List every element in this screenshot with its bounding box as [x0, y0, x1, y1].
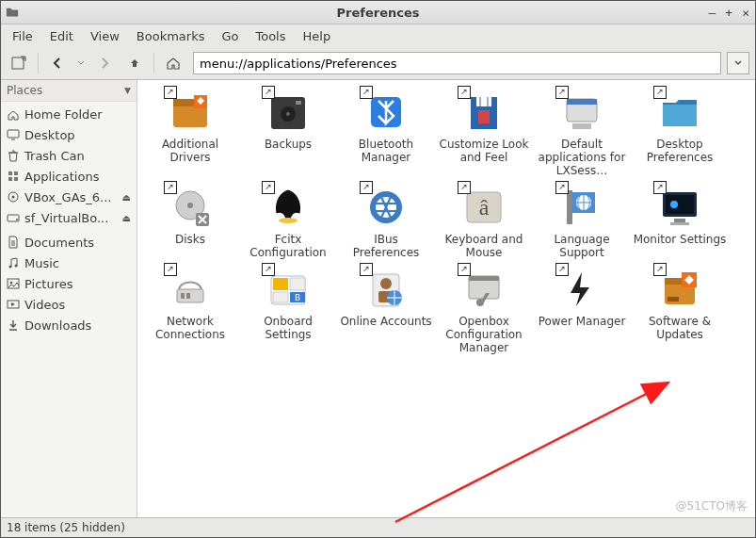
up-button[interactable] [122, 51, 147, 75]
svg-point-33 [279, 218, 298, 223]
disc-icon [7, 190, 20, 204]
toolbar: + [1, 47, 755, 80]
svg-rect-29 [572, 123, 591, 129]
app-desktop-prefs[interactable]: ↗Desktop Preferences [633, 90, 727, 177]
menu-view[interactable]: View [83, 27, 127, 45]
svg-rect-43 [670, 222, 689, 225]
svg-rect-48 [273, 278, 288, 290]
sidebar-item-downloads[interactable]: Downloads [1, 315, 137, 335]
app-default-apps[interactable]: ↗Default applications for LXSess… [535, 90, 629, 177]
app-language[interactable]: ↗Language Support [535, 185, 629, 259]
close-button[interactable]: × [742, 6, 749, 20]
sidebar-item-label: Documents [24, 236, 131, 250]
status-text: 18 items (25 hidden) [7, 521, 125, 534]
svg-point-8 [12, 196, 15, 199]
app-fcitx[interactable]: ↗Fcitx Configuration [241, 185, 335, 259]
app-online[interactable]: ↗Online Accounts [339, 267, 433, 354]
app-look-feel[interactable]: ↗Customize Look and Feel [437, 90, 531, 177]
svg-rect-49 [290, 278, 305, 290]
shortcut-badge: ↗ [653, 181, 667, 194]
svg-point-14 [10, 282, 13, 285]
sidebar-item-trash[interactable]: Trash Can [1, 145, 137, 166]
svg-point-41 [670, 201, 678, 208]
sidebar-item-label: Home Folder [24, 107, 131, 122]
app-additional-drivers[interactable]: ↗Additional Drivers [143, 90, 237, 177]
app-monitor[interactable]: ↗Monitor Settings [633, 185, 727, 259]
app-label: Customize Look and Feel [437, 138, 531, 164]
app-label: Bluetooth Manager [339, 138, 433, 164]
app-network[interactable]: ↗Network Connections [143, 267, 237, 354]
shortcut-badge: ↗ [164, 86, 177, 99]
sidebar-item-home[interactable]: Home Folder [1, 104, 137, 124]
svg-point-59 [476, 299, 484, 306]
svg-point-54 [380, 278, 392, 289]
shortcut-badge: ↗ [262, 263, 275, 276]
svg-rect-46 [186, 293, 190, 299]
app-backups[interactable]: ↗Backups [241, 90, 335, 177]
menu-bookmarks[interactable]: Bookmarks [129, 27, 213, 45]
back-history-button[interactable] [75, 51, 87, 75]
app-label: Additional Drivers [143, 138, 237, 164]
app-onboard[interactable]: ↗BOnboard Settings [241, 267, 335, 354]
svg-point-31 [187, 203, 193, 208]
menu-tools[interactable]: Tools [248, 27, 293, 45]
window-title: Preferences [1, 6, 755, 20]
menu-go[interactable]: Go [214, 27, 246, 45]
go-button[interactable] [727, 52, 749, 74]
app-label: Monitor Settings [634, 233, 727, 246]
sidebar-item-drive[interactable]: sf_VirtualBo...⏏ [1, 207, 137, 228]
downloads-icon [7, 318, 20, 332]
app-bluetooth[interactable]: ↗Bluetooth Manager [339, 90, 433, 177]
sidebar-header[interactable]: Places ▼ [1, 80, 137, 102]
svg-point-10 [16, 219, 18, 220]
forward-button[interactable] [92, 51, 117, 75]
address-bar[interactable] [193, 52, 721, 74]
docs-icon [7, 236, 20, 249]
app-ibus[interactable]: ↗IBus Preferences [339, 185, 433, 259]
sidebar-item-label: Pictures [24, 277, 131, 291]
sidebar-item-disc[interactable]: VBox_GAs_6...⏏ [1, 187, 137, 207]
sidebar-item-docs[interactable]: Documents [1, 232, 137, 253]
menubar: File Edit View Bookmarks Go Tools Help [1, 24, 755, 47]
app-label: Keyboard and Mouse [437, 233, 531, 259]
sidebar-item-videos[interactable]: Videos [1, 294, 137, 315]
minimize-button[interactable]: – [709, 6, 716, 20]
svg-text:B: B [295, 293, 300, 302]
shortcut-badge: ↗ [653, 86, 667, 99]
app-label: Disks [175, 233, 205, 246]
app-label: IBus Preferences [339, 233, 433, 259]
app-software[interactable]: ↗Software & Updates [633, 267, 727, 354]
shortcut-badge: ↗ [458, 263, 471, 276]
svg-rect-6 [14, 177, 18, 181]
sidebar-item-pictures[interactable]: Pictures [1, 273, 137, 294]
sidebar-item-label: Music [24, 256, 131, 270]
drive-icon [7, 211, 20, 224]
new-tab-button[interactable]: + [7, 51, 31, 75]
eject-icon[interactable]: ⏏ [122, 213, 131, 223]
address-input[interactable] [198, 56, 716, 72]
home-button[interactable] [161, 51, 185, 75]
app-disks[interactable]: ↗Disks [143, 185, 237, 259]
app-openbox[interactable]: ↗Openbox Configuration Manager [437, 267, 531, 354]
menu-file[interactable]: File [5, 27, 40, 45]
content-area[interactable]: ↗Additional Drivers↗Backups↗Bluetooth Ma… [137, 80, 755, 517]
sidebar-item-apps[interactable]: Applications [1, 166, 137, 187]
svg-point-12 [15, 265, 18, 268]
svg-rect-40 [666, 195, 694, 214]
back-button[interactable] [45, 51, 70, 75]
sidebar-item-label: VBox_GAs_6... [24, 190, 118, 204]
sidebar-item-music[interactable]: Music [1, 253, 137, 273]
eject-icon[interactable]: ⏏ [122, 192, 131, 203]
shortcut-badge: ↗ [262, 86, 275, 99]
app-keyboard[interactable]: ↗âKeyboard and Mouse [437, 185, 531, 259]
sidebar-item-desktop[interactable]: Desktop [1, 124, 137, 145]
shortcut-badge: ↗ [360, 86, 373, 99]
app-label: Network Connections [143, 315, 237, 341]
maximize-button[interactable]: + [725, 6, 732, 20]
app-label: Online Accounts [340, 315, 431, 328]
app-power[interactable]: ↗Power Manager [535, 267, 629, 354]
menu-edit[interactable]: Edit [42, 27, 81, 45]
svg-rect-22 [296, 101, 301, 105]
menu-help[interactable]: Help [296, 27, 339, 45]
shortcut-badge: ↗ [458, 86, 471, 99]
